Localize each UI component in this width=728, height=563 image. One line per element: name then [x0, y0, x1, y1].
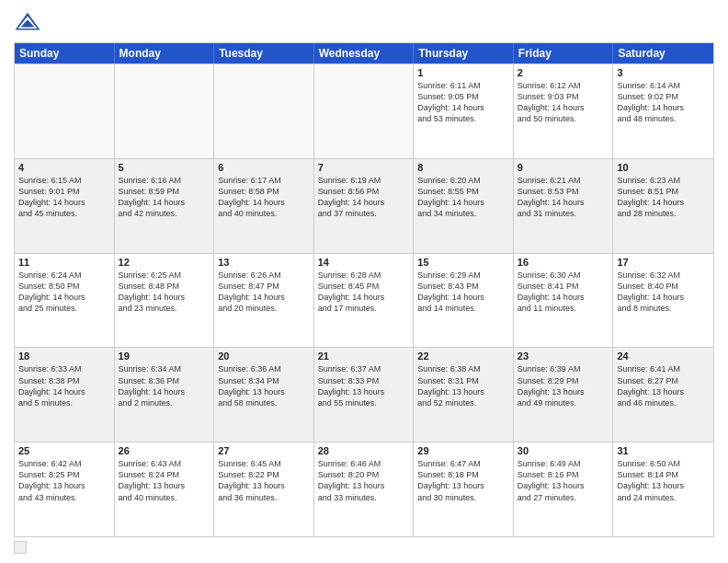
- day-cell-23: 23Sunrise: 6:39 AM Sunset: 8:29 PM Dayli…: [514, 348, 614, 442]
- day-cell-1: 1Sunrise: 6:11 AM Sunset: 9:05 PM Daylig…: [414, 64, 514, 158]
- header-day-monday: Monday: [115, 43, 215, 63]
- day-number-7: 7: [318, 162, 410, 173]
- day-number-2: 2: [518, 67, 609, 78]
- day-number-6: 6: [218, 162, 310, 173]
- legend: [14, 541, 714, 554]
- empty-cell-w0-d1: [115, 64, 215, 158]
- day-number-16: 16: [518, 257, 609, 268]
- day-number-30: 30: [518, 445, 609, 456]
- day-number-14: 14: [318, 257, 410, 268]
- day-number-4: 4: [18, 162, 110, 173]
- day-number-23: 23: [518, 350, 609, 362]
- day-info-6: Sunrise: 6:17 AM Sunset: 8:58 PM Dayligh…: [218, 175, 310, 220]
- day-info-7: Sunrise: 6:19 AM Sunset: 8:56 PM Dayligh…: [318, 175, 410, 220]
- day-cell-13: 13Sunrise: 6:26 AM Sunset: 8:47 PM Dayli…: [214, 254, 314, 348]
- day-number-21: 21: [318, 350, 410, 362]
- day-cell-15: 15Sunrise: 6:29 AM Sunset: 8:43 PM Dayli…: [414, 254, 514, 348]
- page: SundayMondayTuesdayWednesdayThursdayFrid…: [0, 0, 728, 563]
- day-cell-9: 9Sunrise: 6:21 AM Sunset: 8:53 PM Daylig…: [514, 159, 614, 253]
- calendar-body: 1Sunrise: 6:11 AM Sunset: 9:05 PM Daylig…: [15, 63, 713, 536]
- week-row-4: 25Sunrise: 6:42 AM Sunset: 8:25 PM Dayli…: [15, 442, 713, 536]
- header-day-saturday: Saturday: [613, 43, 713, 63]
- week-row-1: 4Sunrise: 6:15 AM Sunset: 9:01 PM Daylig…: [15, 158, 713, 253]
- empty-cell-w0-d3: [314, 64, 415, 158]
- day-cell-25: 25Sunrise: 6:42 AM Sunset: 8:25 PM Dayli…: [15, 442, 115, 536]
- day-info-31: Sunrise: 6:50 AM Sunset: 8:14 PM Dayligh…: [617, 458, 710, 503]
- header: [14, 9, 714, 37]
- day-number-28: 28: [318, 445, 410, 456]
- day-number-27: 27: [218, 445, 310, 456]
- week-row-3: 18Sunrise: 6:33 AM Sunset: 8:38 PM Dayli…: [15, 347, 713, 442]
- day-cell-2: 2Sunrise: 6:12 AM Sunset: 9:03 PM Daylig…: [514, 64, 614, 158]
- week-row-0: 1Sunrise: 6:11 AM Sunset: 9:05 PM Daylig…: [15, 63, 713, 158]
- day-cell-19: 19Sunrise: 6:34 AM Sunset: 8:36 PM Dayli…: [115, 348, 215, 442]
- day-cell-27: 27Sunrise: 6:45 AM Sunset: 8:22 PM Dayli…: [214, 442, 314, 536]
- header-day-sunday: Sunday: [15, 43, 115, 63]
- logo-icon: [14, 9, 41, 37]
- day-cell-18: 18Sunrise: 6:33 AM Sunset: 8:38 PM Dayli…: [15, 348, 115, 442]
- header-day-friday: Friday: [514, 43, 614, 63]
- day-info-15: Sunrise: 6:29 AM Sunset: 8:43 PM Dayligh…: [417, 270, 509, 315]
- day-cell-20: 20Sunrise: 6:36 AM Sunset: 8:34 PM Dayli…: [214, 348, 314, 442]
- day-cell-26: 26Sunrise: 6:43 AM Sunset: 8:24 PM Dayli…: [115, 442, 215, 536]
- day-info-2: Sunrise: 6:12 AM Sunset: 9:03 PM Dayligh…: [518, 80, 609, 125]
- day-cell-14: 14Sunrise: 6:28 AM Sunset: 8:45 PM Dayli…: [314, 254, 415, 348]
- day-info-24: Sunrise: 6:41 AM Sunset: 8:27 PM Dayligh…: [617, 363, 710, 408]
- day-cell-21: 21Sunrise: 6:37 AM Sunset: 8:33 PM Dayli…: [314, 348, 415, 442]
- calendar: SundayMondayTuesdayWednesdayThursdayFrid…: [14, 42, 714, 537]
- day-info-18: Sunrise: 6:33 AM Sunset: 8:38 PM Dayligh…: [18, 363, 110, 408]
- day-info-19: Sunrise: 6:34 AM Sunset: 8:36 PM Dayligh…: [119, 363, 210, 408]
- day-info-14: Sunrise: 6:28 AM Sunset: 8:45 PM Dayligh…: [318, 270, 410, 315]
- day-cell-10: 10Sunrise: 6:23 AM Sunset: 8:51 PM Dayli…: [613, 159, 713, 253]
- day-info-20: Sunrise: 6:36 AM Sunset: 8:34 PM Dayligh…: [218, 363, 310, 408]
- header-day-tuesday: Tuesday: [214, 43, 314, 63]
- day-number-1: 1: [417, 67, 509, 78]
- day-info-28: Sunrise: 6:46 AM Sunset: 8:20 PM Dayligh…: [318, 458, 410, 503]
- day-info-27: Sunrise: 6:45 AM Sunset: 8:22 PM Dayligh…: [218, 458, 310, 503]
- day-number-19: 19: [119, 350, 210, 362]
- day-info-23: Sunrise: 6:39 AM Sunset: 8:29 PM Dayligh…: [518, 363, 609, 408]
- day-info-8: Sunrise: 6:20 AM Sunset: 8:55 PM Dayligh…: [417, 175, 509, 220]
- day-cell-29: 29Sunrise: 6:47 AM Sunset: 8:18 PM Dayli…: [414, 442, 514, 536]
- day-cell-30: 30Sunrise: 6:49 AM Sunset: 8:16 PM Dayli…: [514, 442, 614, 536]
- day-cell-24: 24Sunrise: 6:41 AM Sunset: 8:27 PM Dayli…: [613, 348, 713, 442]
- day-info-13: Sunrise: 6:26 AM Sunset: 8:47 PM Dayligh…: [218, 270, 310, 315]
- day-cell-17: 17Sunrise: 6:32 AM Sunset: 8:40 PM Dayli…: [613, 254, 713, 348]
- day-info-1: Sunrise: 6:11 AM Sunset: 9:05 PM Dayligh…: [417, 80, 509, 125]
- day-number-15: 15: [417, 257, 509, 268]
- day-info-11: Sunrise: 6:24 AM Sunset: 8:50 PM Dayligh…: [18, 270, 110, 315]
- calendar-header-row: SundayMondayTuesdayWednesdayThursdayFrid…: [15, 43, 713, 63]
- header-day-wednesday: Wednesday: [314, 43, 415, 63]
- day-number-17: 17: [617, 257, 710, 268]
- day-cell-6: 6Sunrise: 6:17 AM Sunset: 8:58 PM Daylig…: [214, 159, 314, 253]
- logo: [14, 9, 45, 37]
- day-number-25: 25: [18, 445, 110, 456]
- day-number-8: 8: [417, 162, 509, 173]
- day-cell-22: 22Sunrise: 6:38 AM Sunset: 8:31 PM Dayli…: [414, 348, 514, 442]
- day-cell-4: 4Sunrise: 6:15 AM Sunset: 9:01 PM Daylig…: [15, 159, 115, 253]
- day-cell-7: 7Sunrise: 6:19 AM Sunset: 8:56 PM Daylig…: [314, 159, 415, 253]
- day-info-12: Sunrise: 6:25 AM Sunset: 8:48 PM Dayligh…: [119, 270, 210, 315]
- empty-cell-w0-d2: [214, 64, 314, 158]
- empty-cell-w0-d0: [15, 64, 115, 158]
- day-cell-28: 28Sunrise: 6:46 AM Sunset: 8:20 PM Dayli…: [314, 442, 415, 536]
- day-number-11: 11: [18, 257, 110, 268]
- day-number-10: 10: [617, 162, 710, 173]
- day-number-12: 12: [119, 257, 210, 268]
- day-info-10: Sunrise: 6:23 AM Sunset: 8:51 PM Dayligh…: [617, 175, 710, 220]
- week-row-2: 11Sunrise: 6:24 AM Sunset: 8:50 PM Dayli…: [15, 253, 713, 348]
- day-info-5: Sunrise: 6:16 AM Sunset: 8:59 PM Dayligh…: [119, 175, 210, 220]
- day-cell-16: 16Sunrise: 6:30 AM Sunset: 8:41 PM Dayli…: [514, 254, 614, 348]
- day-number-24: 24: [617, 350, 710, 362]
- day-info-9: Sunrise: 6:21 AM Sunset: 8:53 PM Dayligh…: [518, 175, 609, 220]
- day-number-3: 3: [617, 67, 710, 78]
- day-info-26: Sunrise: 6:43 AM Sunset: 8:24 PM Dayligh…: [119, 458, 210, 503]
- day-info-17: Sunrise: 6:32 AM Sunset: 8:40 PM Dayligh…: [617, 270, 710, 315]
- day-info-16: Sunrise: 6:30 AM Sunset: 8:41 PM Dayligh…: [518, 270, 609, 315]
- legend-box: [14, 541, 27, 554]
- day-info-30: Sunrise: 6:49 AM Sunset: 8:16 PM Dayligh…: [518, 458, 609, 503]
- day-cell-12: 12Sunrise: 6:25 AM Sunset: 8:48 PM Dayli…: [115, 254, 215, 348]
- day-number-18: 18: [18, 350, 110, 362]
- day-number-31: 31: [617, 445, 710, 456]
- day-number-22: 22: [417, 350, 509, 362]
